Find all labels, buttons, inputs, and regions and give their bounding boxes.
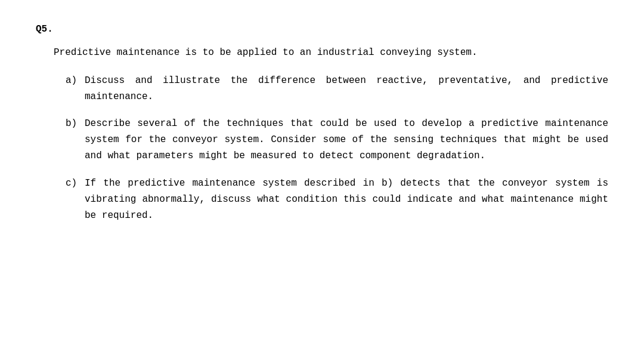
part-a: a) Discuss and illustrate the difference… [66,73,608,105]
part-b-label: b) [66,116,85,132]
part-b-content: Describe several of the techniques that … [85,116,608,165]
question-container: Q5. Predictive maintenance is to be appl… [36,24,608,224]
part-a-label: a) [66,73,85,89]
part-c-label: c) [66,176,85,192]
parts-list: a) Discuss and illustrate the difference… [66,73,608,224]
part-b: b) Describe several of the techniques th… [66,116,608,165]
question-label: Q5. [36,24,608,35]
question-intro: Predictive maintenance is to be applied … [54,45,608,61]
part-a-content: Discuss and illustrate the difference be… [85,73,608,105]
part-c: c) If the predictive maintenance system … [66,176,608,224]
part-c-content: If the predictive maintenance system des… [85,176,608,224]
